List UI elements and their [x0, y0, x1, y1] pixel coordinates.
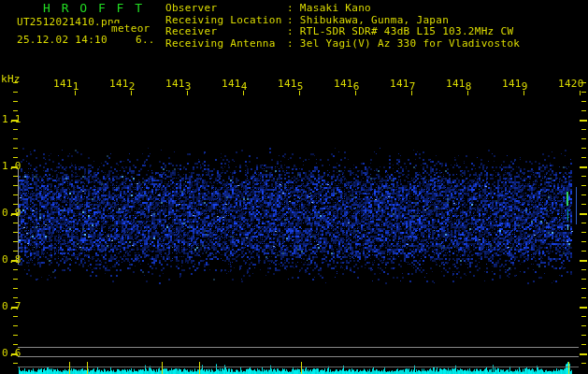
- freq-tick-right: [580, 260, 587, 262]
- event-tick: [199, 362, 200, 374]
- freq-label: 1.1: [2, 114, 22, 125]
- time-label: 1411: [53, 79, 79, 90]
- time-label: 1415: [278, 79, 304, 90]
- freq-tick-right: [581, 138, 586, 139]
- time-label: 1419: [502, 79, 528, 90]
- time-label: 1413: [165, 79, 192, 90]
- info-row-receiving-location: Receiving Location: Shibukawa, Gunma, Ja…: [165, 15, 449, 26]
- freq-tick-right: [581, 148, 586, 149]
- freq-tick-right: [581, 176, 586, 177]
- freq-tick-left: [13, 316, 18, 317]
- freq-tick-right: [581, 297, 586, 298]
- info-separator: :: [287, 25, 300, 37]
- info-label: Receiving Location: [165, 15, 287, 26]
- info-value: Masaki Kano: [300, 2, 371, 14]
- reference-line: [18, 347, 579, 348]
- info-value: 3el Yagi(V) Az 330 for Vladivostok: [300, 37, 520, 50]
- freq-tick-right: [581, 204, 586, 205]
- echo-count-label: 6..: [136, 35, 155, 46]
- freq-tick-left: [13, 101, 18, 102]
- time-label: 1412: [109, 79, 136, 90]
- freq-tick-right: [581, 279, 586, 280]
- freq-tick-right: [580, 166, 587, 168]
- freq-tick-left: [13, 297, 18, 298]
- freq-tick-right: [581, 325, 586, 326]
- freq-tick-right: [581, 157, 586, 158]
- freq-tick-left: [13, 110, 18, 111]
- info-row-receiving-antenna: Receiving Antenna: 3el Yagi(V) Az 330 fo…: [165, 38, 520, 50]
- time-label: 1417: [390, 79, 416, 90]
- freq-tick-right: [580, 307, 587, 309]
- event-tick: [69, 362, 70, 374]
- freq-tick-left: [13, 176, 18, 177]
- freq-tick-right: [581, 185, 586, 186]
- freq-tick-right: [581, 129, 586, 130]
- freq-tick-left: [13, 223, 18, 223]
- freq-tick-right: [581, 335, 586, 336]
- freq-tick-left: [13, 194, 18, 195]
- output-filename: UT2512021410.png: [17, 17, 121, 28]
- time-label: 1414: [222, 79, 248, 90]
- freq-tick-left: [13, 251, 18, 252]
- freq-tick-right: [581, 316, 586, 317]
- freq-tick-left: [13, 288, 18, 289]
- freq-label: 1.0: [2, 161, 22, 172]
- freq-tick-left: [13, 185, 18, 186]
- freq-tick-left: [13, 138, 18, 139]
- freq-label: 0.7: [2, 301, 22, 312]
- freq-tick-left: [13, 129, 18, 130]
- freq-tick-right: [581, 363, 586, 364]
- event-tick: [87, 362, 88, 374]
- event-tick: [162, 362, 163, 374]
- freq-tick-left: [13, 344, 18, 345]
- event-tick: [568, 362, 569, 374]
- info-separator: :: [287, 37, 300, 50]
- spectrogram-canvas: [0, 0, 588, 374]
- info-value: Shibukawa, Gunma, Japan: [300, 14, 449, 26]
- hrofft-screen: H R O F F T UT2512021410.png meteor 25.1…: [0, 0, 588, 374]
- freq-tick-left: [13, 204, 18, 205]
- time-label: 1420: [558, 79, 584, 90]
- freq-unit-label: kHz: [1, 74, 21, 85]
- freq-label: 0.6: [2, 348, 22, 359]
- freq-tick-right: [581, 269, 586, 270]
- info-separator: :: [287, 14, 300, 26]
- info-value: RTL-SDR SDR# 43dB L15 103.2MHz CW: [300, 25, 513, 37]
- freq-tick-left: [13, 363, 18, 364]
- freq-label: 0.8: [2, 254, 22, 266]
- event-tick: [301, 362, 302, 374]
- freq-tick-left: [13, 335, 18, 336]
- info-separator: :: [287, 2, 300, 14]
- info-label: Receiving Antenna: [165, 38, 287, 50]
- freq-tick-left: [13, 325, 18, 326]
- freq-tick-right: [580, 353, 587, 355]
- freq-tick-right: [581, 232, 586, 233]
- info-row-receiver: Receiver: RTL-SDR SDR# 43dB L15 103.2MHz…: [165, 26, 513, 37]
- datetime-label: 25.12.02 14:10: [17, 35, 108, 46]
- info-label: Receiver: [165, 26, 287, 37]
- freq-tick-right: [581, 194, 586, 195]
- freq-tick-right: [580, 120, 587, 122]
- freq-tick-left: [13, 92, 18, 93]
- freq-tick-right: [581, 101, 586, 102]
- time-label: 1416: [334, 79, 360, 90]
- level-strip-baseline: [18, 367, 579, 367]
- freq-tick-right: [580, 213, 587, 215]
- freq-tick-right: [581, 92, 586, 93]
- freq-label: 0.9: [2, 208, 22, 219]
- info-label: Observer: [165, 3, 287, 14]
- app-title: H R O F F T: [43, 2, 144, 15]
- freq-tick-left: [13, 148, 18, 149]
- freq-tick-right: [581, 288, 586, 289]
- time-label: 1418: [446, 79, 472, 90]
- freq-tick-right: [581, 241, 586, 242]
- freq-tick-right: [581, 110, 586, 111]
- freq-tick-right: [581, 251, 586, 252]
- time-tick: [580, 91, 581, 95]
- freq-tick-left: [13, 232, 18, 233]
- freq-tick-left: [13, 157, 18, 158]
- freq-tick-left: [13, 279, 18, 280]
- freq-tick-right: [581, 223, 586, 223]
- info-row-observer: Observer: Masaki Kano: [165, 3, 371, 14]
- freq-tick-right: [581, 344, 586, 345]
